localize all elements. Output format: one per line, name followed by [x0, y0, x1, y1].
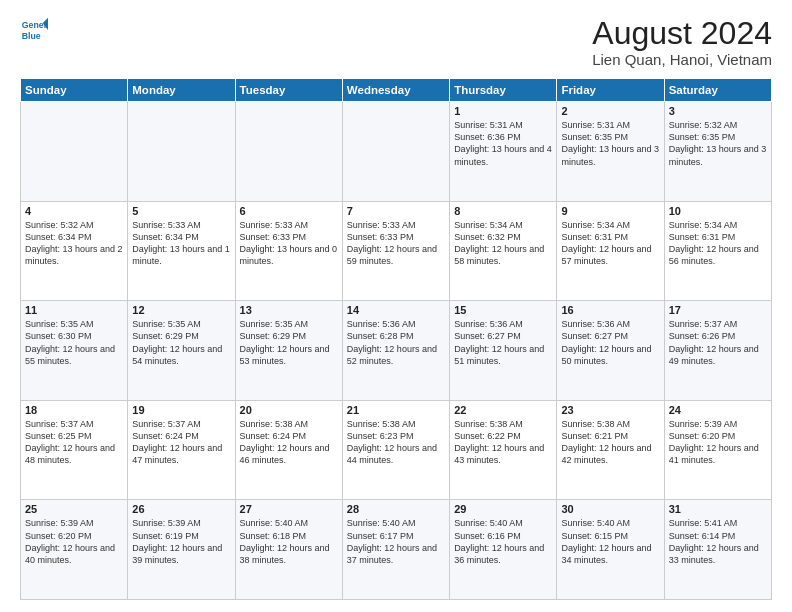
day-number: 8 — [454, 205, 552, 217]
day-info: Sunrise: 5:40 AM Sunset: 6:16 PM Dayligh… — [454, 517, 552, 566]
calendar-cell: 13Sunrise: 5:35 AM Sunset: 6:29 PM Dayli… — [235, 301, 342, 401]
main-title: August 2024 — [592, 16, 772, 51]
day-info: Sunrise: 5:35 AM Sunset: 6:29 PM Dayligh… — [240, 318, 338, 367]
calendar-cell: 27Sunrise: 5:40 AM Sunset: 6:18 PM Dayli… — [235, 500, 342, 600]
weekday-header: Sunday — [21, 79, 128, 102]
calendar-cell: 31Sunrise: 5:41 AM Sunset: 6:14 PM Dayli… — [664, 500, 771, 600]
day-info: Sunrise: 5:39 AM Sunset: 6:19 PM Dayligh… — [132, 517, 230, 566]
day-info: Sunrise: 5:32 AM Sunset: 6:35 PM Dayligh… — [669, 119, 767, 168]
calendar-cell: 30Sunrise: 5:40 AM Sunset: 6:15 PM Dayli… — [557, 500, 664, 600]
calendar-cell: 4Sunrise: 5:32 AM Sunset: 6:34 PM Daylig… — [21, 201, 128, 301]
calendar-cell: 17Sunrise: 5:37 AM Sunset: 6:26 PM Dayli… — [664, 301, 771, 401]
day-info: Sunrise: 5:36 AM Sunset: 6:27 PM Dayligh… — [561, 318, 659, 367]
day-number: 10 — [669, 205, 767, 217]
logo-icon: General Blue — [20, 16, 48, 44]
day-info: Sunrise: 5:36 AM Sunset: 6:27 PM Dayligh… — [454, 318, 552, 367]
weekday-header: Tuesday — [235, 79, 342, 102]
day-info: Sunrise: 5:35 AM Sunset: 6:30 PM Dayligh… — [25, 318, 123, 367]
calendar-cell: 22Sunrise: 5:38 AM Sunset: 6:22 PM Dayli… — [450, 400, 557, 500]
day-number: 29 — [454, 503, 552, 515]
weekday-header: Thursday — [450, 79, 557, 102]
day-number: 6 — [240, 205, 338, 217]
header: General Blue August 2024 Lien Quan, Hano… — [20, 16, 772, 68]
day-number: 26 — [132, 503, 230, 515]
day-number: 3 — [669, 105, 767, 117]
calendar-cell: 14Sunrise: 5:36 AM Sunset: 6:28 PM Dayli… — [342, 301, 449, 401]
day-number: 19 — [132, 404, 230, 416]
day-number: 27 — [240, 503, 338, 515]
day-number: 25 — [25, 503, 123, 515]
calendar-cell — [235, 102, 342, 202]
calendar-cell: 10Sunrise: 5:34 AM Sunset: 6:31 PM Dayli… — [664, 201, 771, 301]
day-number: 15 — [454, 304, 552, 316]
day-info: Sunrise: 5:36 AM Sunset: 6:28 PM Dayligh… — [347, 318, 445, 367]
logo: General Blue — [20, 16, 48, 44]
calendar-cell: 1Sunrise: 5:31 AM Sunset: 6:36 PM Daylig… — [450, 102, 557, 202]
day-info: Sunrise: 5:38 AM Sunset: 6:21 PM Dayligh… — [561, 418, 659, 467]
calendar-table: SundayMondayTuesdayWednesdayThursdayFrid… — [20, 78, 772, 600]
day-info: Sunrise: 5:34 AM Sunset: 6:31 PM Dayligh… — [561, 219, 659, 268]
day-info: Sunrise: 5:35 AM Sunset: 6:29 PM Dayligh… — [132, 318, 230, 367]
day-number: 22 — [454, 404, 552, 416]
day-info: Sunrise: 5:40 AM Sunset: 6:17 PM Dayligh… — [347, 517, 445, 566]
calendar-cell — [21, 102, 128, 202]
calendar-week-row: 4Sunrise: 5:32 AM Sunset: 6:34 PM Daylig… — [21, 201, 772, 301]
day-number: 14 — [347, 304, 445, 316]
day-info: Sunrise: 5:38 AM Sunset: 6:22 PM Dayligh… — [454, 418, 552, 467]
day-info: Sunrise: 5:34 AM Sunset: 6:32 PM Dayligh… — [454, 219, 552, 268]
day-number: 7 — [347, 205, 445, 217]
day-number: 30 — [561, 503, 659, 515]
day-info: Sunrise: 5:31 AM Sunset: 6:35 PM Dayligh… — [561, 119, 659, 168]
calendar-cell — [342, 102, 449, 202]
calendar-week-row: 18Sunrise: 5:37 AM Sunset: 6:25 PM Dayli… — [21, 400, 772, 500]
day-info: Sunrise: 5:38 AM Sunset: 6:23 PM Dayligh… — [347, 418, 445, 467]
calendar-cell: 19Sunrise: 5:37 AM Sunset: 6:24 PM Dayli… — [128, 400, 235, 500]
day-number: 5 — [132, 205, 230, 217]
day-info: Sunrise: 5:32 AM Sunset: 6:34 PM Dayligh… — [25, 219, 123, 268]
calendar-cell: 2Sunrise: 5:31 AM Sunset: 6:35 PM Daylig… — [557, 102, 664, 202]
calendar-cell: 12Sunrise: 5:35 AM Sunset: 6:29 PM Dayli… — [128, 301, 235, 401]
day-info: Sunrise: 5:39 AM Sunset: 6:20 PM Dayligh… — [669, 418, 767, 467]
day-info: Sunrise: 5:37 AM Sunset: 6:26 PM Dayligh… — [669, 318, 767, 367]
calendar-cell: 18Sunrise: 5:37 AM Sunset: 6:25 PM Dayli… — [21, 400, 128, 500]
day-number: 9 — [561, 205, 659, 217]
day-info: Sunrise: 5:38 AM Sunset: 6:24 PM Dayligh… — [240, 418, 338, 467]
subtitle: Lien Quan, Hanoi, Vietnam — [592, 51, 772, 68]
day-number: 23 — [561, 404, 659, 416]
calendar-cell: 3Sunrise: 5:32 AM Sunset: 6:35 PM Daylig… — [664, 102, 771, 202]
day-number: 2 — [561, 105, 659, 117]
weekday-header: Monday — [128, 79, 235, 102]
day-number: 24 — [669, 404, 767, 416]
day-number: 11 — [25, 304, 123, 316]
calendar-cell — [128, 102, 235, 202]
calendar-cell: 6Sunrise: 5:33 AM Sunset: 6:33 PM Daylig… — [235, 201, 342, 301]
day-number: 1 — [454, 105, 552, 117]
day-info: Sunrise: 5:31 AM Sunset: 6:36 PM Dayligh… — [454, 119, 552, 168]
calendar-cell: 26Sunrise: 5:39 AM Sunset: 6:19 PM Dayli… — [128, 500, 235, 600]
day-number: 31 — [669, 503, 767, 515]
calendar-cell: 11Sunrise: 5:35 AM Sunset: 6:30 PM Dayli… — [21, 301, 128, 401]
header-row: SundayMondayTuesdayWednesdayThursdayFrid… — [21, 79, 772, 102]
calendar-cell: 15Sunrise: 5:36 AM Sunset: 6:27 PM Dayli… — [450, 301, 557, 401]
day-number: 12 — [132, 304, 230, 316]
calendar-cell: 7Sunrise: 5:33 AM Sunset: 6:33 PM Daylig… — [342, 201, 449, 301]
day-info: Sunrise: 5:41 AM Sunset: 6:14 PM Dayligh… — [669, 517, 767, 566]
calendar-cell: 23Sunrise: 5:38 AM Sunset: 6:21 PM Dayli… — [557, 400, 664, 500]
calendar-cell: 25Sunrise: 5:39 AM Sunset: 6:20 PM Dayli… — [21, 500, 128, 600]
day-number: 4 — [25, 205, 123, 217]
weekday-header: Friday — [557, 79, 664, 102]
day-number: 16 — [561, 304, 659, 316]
day-number: 17 — [669, 304, 767, 316]
calendar-cell: 16Sunrise: 5:36 AM Sunset: 6:27 PM Dayli… — [557, 301, 664, 401]
day-info: Sunrise: 5:37 AM Sunset: 6:25 PM Dayligh… — [25, 418, 123, 467]
calendar-cell: 9Sunrise: 5:34 AM Sunset: 6:31 PM Daylig… — [557, 201, 664, 301]
day-info: Sunrise: 5:37 AM Sunset: 6:24 PM Dayligh… — [132, 418, 230, 467]
day-number: 18 — [25, 404, 123, 416]
calendar-cell: 28Sunrise: 5:40 AM Sunset: 6:17 PM Dayli… — [342, 500, 449, 600]
page: General Blue August 2024 Lien Quan, Hano… — [0, 0, 792, 612]
calendar-week-row: 11Sunrise: 5:35 AM Sunset: 6:30 PM Dayli… — [21, 301, 772, 401]
day-info: Sunrise: 5:39 AM Sunset: 6:20 PM Dayligh… — [25, 517, 123, 566]
calendar-cell: 21Sunrise: 5:38 AM Sunset: 6:23 PM Dayli… — [342, 400, 449, 500]
calendar-cell: 29Sunrise: 5:40 AM Sunset: 6:16 PM Dayli… — [450, 500, 557, 600]
calendar-cell: 20Sunrise: 5:38 AM Sunset: 6:24 PM Dayli… — [235, 400, 342, 500]
